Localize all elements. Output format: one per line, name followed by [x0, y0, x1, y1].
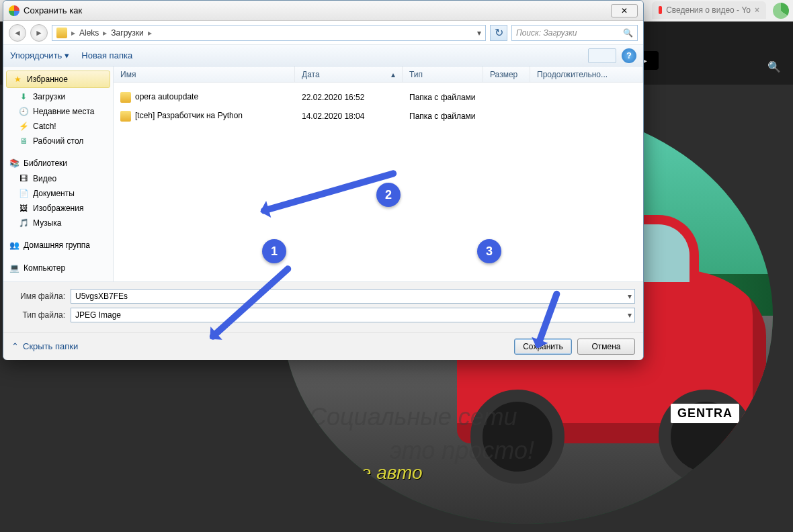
help-button[interactable]: ?: [622, 48, 636, 63]
refresh-button[interactable]: ↻: [490, 25, 507, 41]
desktop-icon: 🖥: [18, 136, 29, 146]
dialog-body: ★ Избранное ⬇Загрузки 🕘Недавние места ⚡C…: [3, 66, 643, 281]
view-options-button[interactable]: [588, 48, 616, 63]
sidebar-item-pictures[interactable]: 🖼Изображения: [3, 201, 113, 216]
dialog-titlebar[interactable]: Сохранить как ✕: [3, 1, 643, 21]
dialog-title: Сохранить как: [24, 5, 82, 15]
chevron-down-icon: ▾: [65, 50, 69, 60]
column-duration[interactable]: Продолжительно...: [530, 66, 643, 82]
column-name[interactable]: Имя: [114, 66, 295, 82]
search-placeholder: Поиск: Загрузки: [516, 28, 577, 38]
close-button[interactable]: ✕: [611, 4, 638, 17]
chevron-down-icon[interactable]: ▾: [628, 310, 632, 320]
browser-tab[interactable]: Сведения о видео - Yo ×: [652, 1, 766, 19]
chrome-icon: [9, 5, 19, 16]
filetype-label: Тип файла:: [11, 310, 65, 320]
search-input[interactable]: Поиск: Загрузки 🔍: [511, 25, 638, 41]
dialog-navbar: ◄ ► ▸ Aleks ▸ Загрузки ▸ ▾ ↻ Поиск: Загр…: [3, 21, 643, 45]
cancel-button[interactable]: Отмена: [577, 339, 635, 355]
sidebar-item-catch[interactable]: ⚡Catch!: [3, 119, 113, 134]
sidebar-libraries-header[interactable]: 📚Библиотеки: [3, 155, 113, 171]
chevron-up-icon: ⌃: [11, 341, 19, 351]
document-icon: 📄: [18, 188, 29, 199]
folder-icon: [56, 28, 67, 38]
music-icon: 🎵: [18, 218, 29, 228]
chevron-right-icon: ▸: [103, 28, 107, 38]
folder-icon: [120, 92, 131, 103]
homegroup-icon: 👥: [9, 240, 19, 251]
save-as-dialog: Сохранить как ✕ ◄ ► ▸ Aleks ▸ Загрузки ▸…: [3, 0, 644, 360]
sidebar-item-recent[interactable]: 🕘Недавние места: [3, 104, 113, 119]
sidebar-item-documents[interactable]: 📄Документы: [3, 186, 113, 201]
license-plate: GENTRA: [671, 404, 739, 423]
star-icon: ★: [12, 74, 23, 85]
image-icon: 🖼: [18, 203, 29, 214]
hide-folders-button[interactable]: ⌃ Скрыть папки: [11, 341, 78, 351]
catch-icon: ⚡: [18, 121, 29, 132]
download-icon: ⬇: [18, 91, 29, 102]
youtube-icon: [659, 6, 662, 14]
sidebar-item-videos[interactable]: 🎞Видео: [3, 171, 113, 186]
tab-label: Сведения о видео - Yo: [666, 5, 751, 15]
chevron-right-icon: ▸: [71, 28, 75, 38]
dialog-toolbar: Упорядочить ▾ Новая папка ?: [3, 45, 643, 66]
sidebar-homegroup-header[interactable]: 👥Домашняя группа: [3, 237, 113, 253]
watermark-text-1: Социальные сети: [309, 403, 517, 431]
search-icon[interactable]: 🔍: [767, 60, 781, 73]
video-icon: 🎞: [18, 173, 29, 184]
annotation-badge-1: 1: [262, 239, 286, 263]
annotation-badge-2: 2: [376, 183, 401, 207]
organize-button[interactable]: Упорядочить ▾: [10, 50, 69, 60]
browser-extension-icon[interactable]: [773, 3, 789, 19]
sidebar: ★ Избранное ⬇Загрузки 🕘Недавние места ⚡C…: [3, 66, 114, 281]
breadcrumb-segment[interactable]: Загрузки: [111, 28, 143, 38]
sidebar-item-downloads[interactable]: ⬇Загрузки: [3, 89, 113, 104]
chevron-right-icon: ▸: [148, 28, 152, 38]
computer-icon: 💻: [9, 263, 19, 273]
recent-icon: 🕘: [18, 106, 29, 117]
sort-indicator-icon: ▴: [391, 70, 395, 79]
dialog-footer: ⌃ Скрыть папки Сохранить Отмена: [3, 332, 643, 360]
sidebar-computer-header[interactable]: 💻Компьютер: [3, 260, 113, 276]
annotation-badge-3: 3: [477, 239, 501, 263]
nav-forward-button[interactable]: ►: [30, 24, 48, 42]
sidebar-favorites-header[interactable]: ★ Избранное: [6, 71, 110, 88]
column-type[interactable]: Тип: [403, 66, 483, 82]
address-dropdown-icon[interactable]: ▾: [477, 28, 481, 38]
column-headers: Имя Дата▴ Тип Размер Продолжительно...: [114, 66, 643, 83]
column-date[interactable]: Дата▴: [295, 66, 403, 82]
file-row[interactable]: opera autoupdate 22.02.2020 16:52 Папка …: [114, 88, 643, 107]
folder-icon: [120, 111, 131, 122]
filename-label: Имя файла:: [11, 292, 65, 301]
sidebar-item-desktop[interactable]: 🖥Рабочий стол: [3, 134, 113, 148]
tab-close-icon[interactable]: ×: [755, 5, 759, 15]
address-bar[interactable]: ▸ Aleks ▸ Загрузки ▸ ▾: [52, 25, 486, 41]
search-icon: 🔍: [623, 28, 633, 38]
nav-back-button[interactable]: ◄: [9, 24, 26, 42]
library-icon: 📚: [9, 158, 19, 169]
sidebar-item-music[interactable]: 🎵Музыка: [3, 216, 113, 230]
file-row[interactable]: [tceh] Разработчик на Python 14.02.2020 …: [114, 107, 643, 126]
breadcrumb-segment[interactable]: Aleks: [79, 28, 99, 38]
watermark-text-2: это просто!: [390, 437, 534, 465]
column-size[interactable]: Размер: [483, 66, 530, 82]
new-folder-button[interactable]: Новая папка: [81, 50, 132, 60]
chevron-down-icon[interactable]: ▾: [628, 292, 632, 301]
sidebar-resize-handle[interactable]: [110, 66, 114, 281]
caption-text: В мире авто: [309, 462, 423, 484]
